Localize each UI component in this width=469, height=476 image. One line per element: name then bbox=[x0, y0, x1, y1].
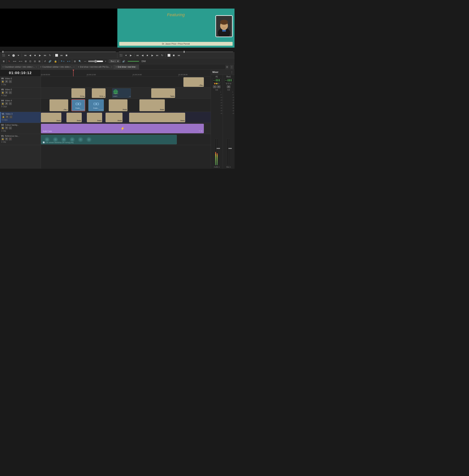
overwrite-btn[interactable]: ⊠ bbox=[37, 60, 41, 63]
clip-v5-text[interactable]: Text+ ⟺ ♦ bbox=[151, 88, 175, 98]
v5-clip-icon[interactable]: ▭ bbox=[9, 91, 12, 94]
v1-clip-icon[interactable]: ✕ bbox=[9, 137, 12, 141]
tab-overflow-btn[interactable]: ≫ bbox=[225, 65, 229, 69]
clip-v4-text2[interactable]: Text+ ⟺♦♦ bbox=[139, 99, 165, 111]
r-fullscreen-btn[interactable]: ⬜ bbox=[167, 53, 171, 57]
clip-v3-text5[interactable]: Text+ ⟺♦♦ bbox=[129, 113, 185, 122]
step-back-btn[interactable]: ◀ bbox=[28, 53, 32, 57]
editing-switcher-btn[interactable]: 🖥 bbox=[1, 60, 6, 63]
blade-tool-btn[interactable]: ⊞ bbox=[24, 60, 28, 63]
trim-tool-btn[interactable]: ⟺ bbox=[12, 60, 17, 63]
play-btn[interactable]: ▶ bbox=[38, 53, 42, 57]
bus-dropdown[interactable]: Bus 1 bbox=[109, 59, 120, 63]
clip-v6-te[interactable]: Te... ⟺ ♦ ♦ bbox=[184, 77, 204, 87]
sync-btn[interactable]: ⏹ bbox=[64, 53, 68, 57]
insert-btn[interactable]: ⊟ bbox=[33, 60, 37, 63]
clip-v5-simp1[interactable]: Simp. ♦ bbox=[71, 88, 85, 98]
lock-btn[interactable]: 🔒 bbox=[53, 60, 58, 63]
zoom-out-btn[interactable]: — bbox=[83, 60, 87, 63]
stop-btn[interactable]: ■ bbox=[33, 53, 37, 57]
prev-clip-btn[interactable]: ⬤ bbox=[11, 53, 16, 57]
flag-btn[interactable]: ⚑ ▾ bbox=[60, 60, 65, 63]
clip-v4-fusion-selected[interactable]: Fusio... ⟺♦♦ bbox=[71, 99, 85, 111]
solo-btn-a1[interactable]: S bbox=[213, 85, 217, 88]
clip-v4-text1[interactable]: Text+ ⟺♦♦ bbox=[109, 99, 127, 111]
zoom-fit-btn[interactable]: ⊞ bbox=[73, 60, 77, 63]
clip-v4-te[interactable]: Te... ⟺♦♦ bbox=[50, 99, 68, 111]
r-loop-btn[interactable]: ↻ bbox=[160, 53, 164, 57]
eq-a1[interactable]: EQ ▋▋▋ bbox=[212, 79, 221, 82]
mute-btn-a1[interactable]: M bbox=[217, 85, 220, 88]
tab-4-close[interactable]: ✕ bbox=[116, 66, 117, 68]
r-stop-btn[interactable]: ■ bbox=[145, 53, 150, 57]
v3-clip-icon[interactable]: ▭ bbox=[9, 115, 12, 118]
link-btn[interactable]: 🔗 bbox=[48, 60, 52, 63]
bus1-fader-handle[interactable] bbox=[228, 148, 232, 149]
v2-lock-icon[interactable]: 🔒 bbox=[1, 126, 4, 130]
clip-v2-solid[interactable]: ⚡ Solid Color 〜 ♦ bbox=[41, 124, 204, 133]
r-play-btn[interactable]: ▶ bbox=[150, 53, 154, 57]
r-prev-btn[interactable]: ◀ bbox=[124, 53, 128, 57]
v2-eye-icon[interactable]: 👁 bbox=[5, 126, 8, 130]
clip-v3-text2[interactable]: Text+ ⟺♦♦ bbox=[67, 113, 82, 122]
bus1-fader-track[interactable] bbox=[230, 139, 230, 165]
r-prev2-btn[interactable]: ▶ bbox=[129, 53, 133, 57]
loop-btn[interactable]: ↻ bbox=[48, 53, 52, 57]
cursor-tool-btn[interactable]: ↖ bbox=[7, 60, 11, 63]
mute-btn-bus1[interactable]: M bbox=[227, 85, 230, 88]
clip-v4-fusion[interactable]: Fusio... ⟺♦♦ bbox=[88, 99, 104, 111]
right-scrubber[interactable] bbox=[119, 51, 233, 52]
left-scrubber[interactable] bbox=[1, 51, 116, 52]
monitor-select-btn[interactable]: ⬛ bbox=[1, 53, 6, 57]
clip-v3-text1[interactable]: Text+ ⟺♦♦ bbox=[41, 113, 61, 122]
a1-fader-track[interactable] bbox=[218, 139, 218, 165]
v5-eye-icon[interactable]: 👁 bbox=[5, 91, 8, 94]
multicam-btn[interactable]: ⊡ bbox=[28, 60, 32, 63]
v6-eye-icon[interactable]: 👁 bbox=[5, 80, 8, 83]
dynamic-trim-btn[interactable]: ⟻ bbox=[18, 60, 23, 63]
v4-clip-icon[interactable]: ▭ bbox=[9, 102, 12, 105]
fullscreen-btn[interactable]: ⬜ bbox=[54, 53, 59, 57]
v3-lock-icon[interactable]: 🔒 bbox=[2, 115, 5, 118]
tab-2[interactable]: ✕ Countdown sidebar • intro slides • Phi… bbox=[38, 65, 76, 69]
r-go-end-btn[interactable]: ⏭ bbox=[155, 53, 159, 57]
v4-eye-icon[interactable]: 👁 bbox=[5, 102, 8, 105]
r-sync-btn[interactable]: ⏹ bbox=[172, 53, 176, 57]
v2-clip-icon[interactable]: ▭ bbox=[9, 126, 12, 130]
zoom-plus-btn[interactable]: + bbox=[104, 60, 107, 63]
tab-menu-btn[interactable]: ⋮ bbox=[230, 65, 234, 69]
v1-lock-icon[interactable]: 🔒 bbox=[1, 137, 4, 141]
a1-fader-handle[interactable] bbox=[217, 148, 220, 149]
clip-v3-text3[interactable]: Text+ ⟺♦♦ bbox=[87, 113, 102, 122]
zoom-in-area-btn[interactable]: 🔍 bbox=[78, 60, 82, 63]
r-go-start-btn[interactable]: ⏮ bbox=[135, 53, 140, 57]
clip-v1-ref[interactable]: 🔄 Live stream backdrop (for sizing).png bbox=[41, 135, 177, 144]
tab-1-close[interactable]: ✕ bbox=[2, 66, 4, 68]
go-start-btn[interactable]: ⏮ bbox=[23, 53, 27, 57]
clip-v5-learn[interactable]: rningPlanet Learn ... ♦ bbox=[112, 88, 131, 98]
prev-frame-btn[interactable]: ◀ bbox=[6, 53, 11, 57]
monitor-select-right-btn[interactable]: ⬛ bbox=[119, 53, 123, 57]
refresh-btn[interactable]: ↺ bbox=[43, 60, 47, 63]
color-btn[interactable]: ● ▾ bbox=[66, 60, 71, 63]
mixer-menu-btn[interactable]: ⋮ bbox=[231, 71, 233, 73]
go-end-btn[interactable]: ⏭ bbox=[43, 53, 47, 57]
v3-eye-icon[interactable]: 👁 bbox=[5, 115, 9, 118]
tab-3-close[interactable]: ✕ bbox=[78, 66, 79, 68]
v1-eye-icon[interactable]: 👁 bbox=[5, 137, 8, 141]
tab-2-close[interactable]: ✕ bbox=[40, 66, 42, 68]
r-step-back-btn[interactable]: ◀ bbox=[140, 53, 145, 57]
v5-lock-icon[interactable]: 🔒 bbox=[1, 91, 4, 94]
r-end-btn[interactable]: ⏮ bbox=[177, 53, 181, 57]
tab-4[interactable]: ✕ End show • next time ▾ bbox=[114, 65, 139, 69]
tab-1[interactable]: ✕ Countdown sidebar • intro slides • Cra… bbox=[1, 65, 38, 69]
clip-v3-text4[interactable]: Text+ ⟺♦♦ bbox=[105, 113, 122, 122]
clip-v5-simp2[interactable]: Simp... ♦ bbox=[92, 88, 105, 98]
eq-bus1[interactable]: EQ ▋▋▋ bbox=[224, 79, 233, 82]
next-frame-btn2[interactable]: ⏭ bbox=[59, 53, 64, 57]
tab-3[interactable]: ✕ End show • next time with Phil Guerin … bbox=[76, 65, 114, 69]
volume-slider[interactable] bbox=[128, 61, 139, 62]
dim-btn[interactable]: DIM bbox=[141, 60, 147, 63]
v4-lock-icon[interactable]: 🔒 bbox=[1, 102, 4, 105]
speaker-btn[interactable]: 🔊 bbox=[121, 60, 126, 63]
